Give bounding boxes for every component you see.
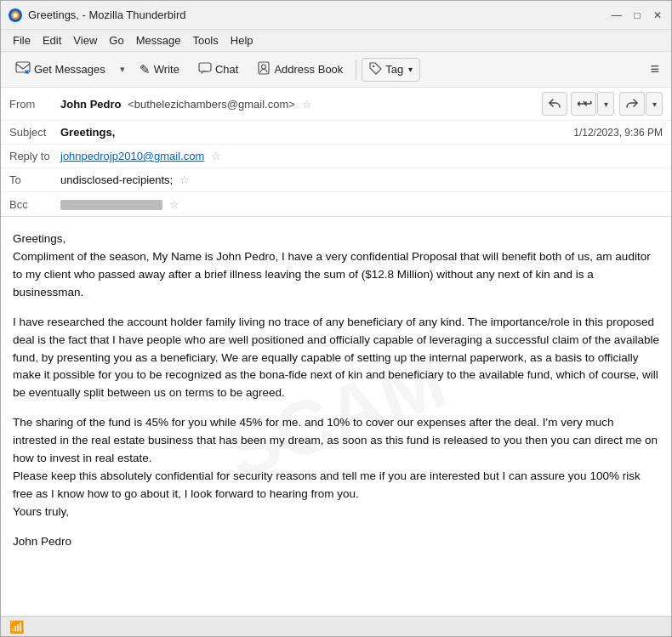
svg-point-7 (373, 65, 374, 66)
reply-to-address: johnpedrojp2010@gmail.com (60, 150, 204, 162)
from-row: From John Pedro <buthelezichambers@gmail… (1, 88, 671, 121)
reply-icon (549, 97, 561, 111)
header-actions: ↩↩ ▾ ▾ (542, 92, 663, 116)
reply-to-label: Reply to (9, 150, 60, 162)
app-logo (8, 8, 23, 23)
tag-label: Tag (385, 63, 403, 76)
hamburger-menu[interactable]: ≡ (645, 57, 664, 82)
minimize-button[interactable]: — (610, 9, 624, 22)
to-address: undisclosed-recipients; (60, 173, 173, 186)
window-title: Greetings, - Mozilla Thunderbird (28, 9, 185, 21)
reply-all-button[interactable]: ↩↩ (571, 92, 596, 116)
title-bar-controls: — □ ✕ (610, 9, 664, 22)
subject-text: Greetings, (60, 126, 115, 139)
forward-button[interactable] (619, 92, 645, 116)
write-icon: ✎ (140, 62, 151, 77)
chat-icon (198, 62, 212, 77)
from-label: From (9, 98, 60, 111)
get-messages-label: Get Messages (34, 63, 105, 76)
bcc-row: Bcc ☆ (1, 192, 671, 216)
from-email: <buthelezichambers@gmail.com> (128, 98, 295, 111)
from-name: John Pedro (60, 98, 122, 111)
menu-file[interactable]: File (8, 32, 36, 48)
bcc-address-blurred (60, 200, 162, 210)
from-value: John Pedro <buthelezichambers@gmail.com>… (60, 98, 542, 111)
status-icon: 📶 (9, 620, 24, 634)
title-bar: Greetings, - Mozilla Thunderbird — □ ✕ (1, 1, 671, 30)
get-messages-button[interactable]: Get Messages (8, 57, 113, 82)
email-header: From John Pedro <buthelezichambers@gmail… (1, 88, 671, 217)
close-button[interactable]: ✕ (651, 9, 664, 22)
email-content: Greetings, Compliment of the season, My … (13, 230, 659, 551)
maximize-button[interactable]: □ (630, 9, 644, 22)
menu-edit[interactable]: Edit (37, 32, 66, 48)
reply-button[interactable] (542, 92, 567, 116)
menu-message[interactable]: Message (131, 32, 186, 48)
menu-view[interactable]: View (68, 32, 102, 48)
more-actions-dropdown[interactable]: ▾ (646, 92, 663, 116)
toolbar: Get Messages ▾ ✎ Write Chat (1, 52, 671, 88)
status-bar: 📶 (1, 616, 671, 636)
address-book-icon (257, 61, 271, 77)
bcc-value: ☆ (60, 198, 663, 211)
email-body: SCAM Greetings, Compliment of the season… (1, 217, 671, 616)
reply-all-icon: ↩↩ (577, 98, 590, 110)
reply-to-star-icon[interactable]: ☆ (211, 150, 221, 162)
to-star-icon[interactable]: ☆ (179, 173, 190, 186)
subject-label: Subject (9, 126, 60, 139)
svg-rect-4 (199, 63, 211, 71)
write-label: Write (154, 63, 179, 76)
reply-to-row: Reply to johnpedrojp2010@gmail.com ☆ (1, 145, 671, 168)
to-value: undisclosed-recipients; ☆ (60, 173, 663, 186)
svg-point-6 (262, 65, 266, 69)
email-date: 1/12/2023, 9:36 PM (573, 127, 663, 139)
menu-go[interactable]: Go (104, 32, 128, 48)
get-messages-icon (15, 61, 31, 78)
tag-button[interactable]: Tag ▾ (362, 58, 420, 82)
bcc-label: Bcc (9, 198, 60, 211)
body-paragraph-3: The sharing of the fund is 45% for you w… (13, 414, 659, 521)
bcc-star-icon[interactable]: ☆ (169, 198, 179, 211)
get-messages-dropdown[interactable]: ▾ (117, 60, 128, 79)
forward-icon (626, 97, 638, 111)
address-book-label: Address Book (274, 63, 343, 76)
reply-to-value: johnpedrojp2010@gmail.com ☆ (60, 150, 663, 162)
write-button[interactable]: ✎ Write (132, 58, 187, 82)
body-paragraph-1: Greetings, Compliment of the season, My … (13, 230, 659, 302)
tag-dropdown-icon: ▾ (408, 65, 413, 74)
address-book-button[interactable]: Address Book (249, 57, 350, 82)
menu-bar: File Edit View Go Message Tools Help (1, 30, 671, 52)
svg-point-2 (14, 13, 18, 17)
title-bar-left: Greetings, - Mozilla Thunderbird (8, 8, 185, 23)
toolbar-separator (356, 60, 356, 80)
body-paragraph-4: John Pedro (13, 533, 659, 551)
menu-tools[interactable]: Tools (187, 32, 223, 48)
body-paragraph-2: I have researched the account holder fam… (13, 314, 659, 403)
to-row: To undisclosed-recipients; ☆ (1, 168, 671, 192)
to-label: To (9, 173, 60, 186)
chat-button[interactable]: Chat (191, 58, 246, 81)
tag-icon (369, 62, 382, 77)
chat-label: Chat (215, 63, 238, 76)
subject-row: Subject Greetings, 1/12/2023, 9:36 PM (1, 121, 671, 145)
menu-help[interactable]: Help (225, 32, 259, 48)
from-star-icon[interactable]: ☆ (302, 98, 312, 111)
subject-value: Greetings, (60, 126, 573, 139)
main-window: Greetings, - Mozilla Thunderbird — □ ✕ F… (0, 0, 672, 637)
reply-dropdown[interactable]: ▾ (597, 92, 614, 116)
main-content: From John Pedro <buthelezichambers@gmail… (1, 88, 671, 636)
